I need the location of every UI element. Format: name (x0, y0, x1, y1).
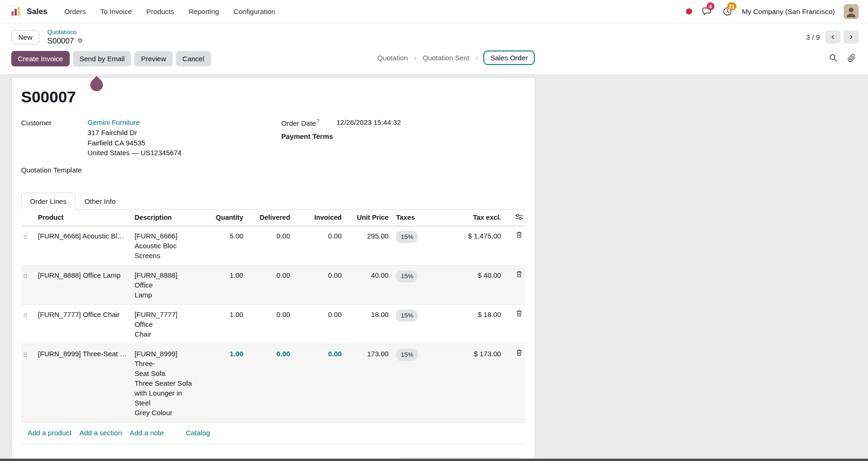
sales-app-icon[interactable] (9, 5, 22, 18)
cell-description[interactable]: [FURN_7777] Office Chair (131, 304, 201, 344)
breadcrumb-bar: New Quotations S00007 ⚙ 3 / 9 ‹ › (0, 23, 868, 49)
column-header-invoiced: Invoiced (294, 210, 345, 226)
user-avatar[interactable] (844, 4, 859, 19)
delete-line-trash-icon[interactable] (505, 226, 525, 265)
drag-handle-icon[interactable]: ⠿ (21, 226, 34, 265)
cell-taxes[interactable]: 15% (392, 344, 433, 422)
cell-unit-price[interactable]: 295.00 (345, 226, 392, 265)
drag-handle-icon[interactable]: ⠿ (21, 344, 34, 422)
column-header-subtotal: Tax excl. (434, 210, 505, 226)
cancel-button[interactable]: Cancel (176, 51, 211, 66)
app-name[interactable]: Sales (27, 7, 47, 16)
preview-button[interactable]: Preview (134, 51, 172, 66)
cell-description[interactable]: [FURN_6666] Acoustic Bloc Screens (131, 226, 201, 265)
sheet-footer: Terms and conditions... Untaxed Amount: … (21, 457, 525, 459)
actions-gear-icon[interactable]: ⚙ (77, 37, 83, 44)
tax-badge: 15% (396, 349, 418, 361)
cell-product[interactable]: [FURN_8999] Three-Seat Sofa (34, 344, 131, 422)
pager-next-button[interactable]: › (844, 30, 859, 43)
order-date-value[interactable]: 12/26/2023 15:44:32 (336, 118, 401, 127)
quotation-template-label: Quotation Template (21, 166, 88, 174)
tax-badge: 15% (396, 310, 418, 322)
catalog-link[interactable]: Catalog (186, 429, 210, 437)
cell-unit-price[interactable]: 173.00 (345, 344, 392, 422)
menu-configuration[interactable]: Configuration (233, 6, 276, 17)
status-quotation[interactable]: Quotation (376, 51, 408, 65)
delete-line-trash-icon[interactable] (505, 265, 525, 304)
view-utility-icons (829, 53, 856, 62)
chevron-right-icon: › (475, 53, 478, 63)
description-line: Acoustic Bloc (134, 241, 197, 251)
cell-product[interactable]: [FURN_7777] Office Chair (34, 304, 131, 344)
cell-quantity[interactable]: 1.00 (201, 344, 247, 422)
tab-order-lines[interactable]: Order Lines (21, 193, 75, 210)
cell-quantity[interactable]: 1.00 (201, 265, 247, 304)
cell-invoiced[interactable]: 0.00 (294, 344, 345, 422)
description-line: Screens (134, 251, 197, 260)
breadcrumb-quotations-link[interactable]: Quotations (47, 29, 83, 36)
table-header-row: Product Description Quantity Delivered I… (21, 210, 525, 226)
customer-link[interactable]: Gemini Furniture (88, 118, 140, 126)
description-line: with Lounger in Steel (134, 388, 197, 408)
status-sales-order[interactable]: Sales Order (483, 50, 535, 65)
top-navbar: Sales Orders To Invoice Products Reporti… (0, 0, 868, 23)
menu-orders[interactable]: Orders (63, 6, 87, 17)
customer-address-line: United States — US12345674 (88, 148, 182, 158)
cell-delivered[interactable]: 0.00 (247, 265, 294, 304)
send-by-email-button[interactable]: Send by Email (73, 51, 131, 66)
column-header-taxes: Taxes (392, 210, 433, 226)
drag-handle-icon[interactable]: ⠿ (21, 304, 34, 344)
column-header-unit-price: Unit Price (345, 210, 392, 226)
record-pager: 3 / 9 ‹ › (806, 30, 859, 43)
new-button[interactable]: New (11, 30, 39, 44)
add-a-note-link[interactable]: Add a note (130, 429, 164, 437)
record-indicator-icon (686, 8, 692, 14)
drag-handle-icon[interactable]: ⠿ (21, 265, 34, 304)
cell-quantity[interactable]: 1.00 (201, 304, 247, 344)
delete-line-trash-icon[interactable] (505, 304, 525, 344)
menu-to-invoice[interactable]: To Invoice (99, 6, 133, 17)
description-line: Chair (134, 329, 197, 339)
menu-reporting[interactable]: Reporting (188, 6, 220, 17)
cell-delivered[interactable]: 0.00 (247, 304, 294, 344)
cell-product[interactable]: [FURN_8888] Office Lamp (34, 265, 131, 304)
company-switcher[interactable]: My Company (San Francisco) (742, 7, 835, 15)
cell-description[interactable]: [FURN_8888] Office Lamp (131, 265, 201, 304)
cell-description[interactable]: [FURN_8999] Three- Seat Sofa Three Seate… (131, 344, 201, 422)
cell-invoiced[interactable]: 0.00 (294, 304, 345, 344)
add-a-section-link[interactable]: Add a section (79, 429, 122, 437)
menu-products[interactable]: Products (146, 6, 175, 17)
tax-badge: 15% (396, 270, 418, 282)
cell-product[interactable]: [FURN_6666] Acoustic Bloc Scr… (34, 226, 131, 265)
chevron-left-icon: ‹ (832, 32, 834, 41)
cell-unit-price[interactable]: 40.00 (345, 265, 392, 304)
cell-taxes[interactable]: 15% (392, 265, 433, 304)
tab-other-info[interactable]: Other Info (75, 193, 124, 210)
add-a-product-link[interactable]: Add a product (28, 429, 71, 437)
customer-address-line: 317 Fairchild Dr (88, 128, 182, 138)
column-header-product: Product (34, 210, 131, 226)
optional-columns-toggle-icon[interactable] (505, 210, 525, 226)
create-invoice-button[interactable]: Create Invoice (11, 51, 70, 66)
status-quotation-sent[interactable]: Quotation Sent (422, 51, 470, 65)
cell-unit-price[interactable]: 18.00 (345, 304, 392, 344)
messages-icon[interactable]: 4 (701, 6, 713, 17)
customer-label: Customer (21, 118, 88, 158)
cell-invoiced[interactable]: 0.00 (294, 265, 345, 304)
terms-and-conditions-placeholder[interactable]: Terms and conditions... (28, 457, 401, 459)
pager-previous-button[interactable]: ‹ (825, 30, 840, 43)
activities-clock-icon[interactable]: 21 (722, 6, 733, 17)
cell-quantity[interactable]: 5.00 (201, 226, 247, 265)
activities-badge: 21 (727, 2, 737, 10)
cell-delivered[interactable]: 0.00 (247, 344, 294, 422)
cell-taxes[interactable]: 15% (392, 304, 433, 344)
attachment-paperclip-icon[interactable] (847, 54, 856, 62)
breadcrumb-current-record: S00007 (47, 36, 74, 46)
delete-line-trash-icon[interactable] (505, 344, 525, 422)
cell-delivered[interactable]: 0.00 (247, 226, 294, 265)
cell-invoiced[interactable]: 0.00 (294, 226, 345, 265)
order-date-label: Order Date? (281, 118, 336, 127)
search-icon[interactable] (829, 53, 838, 62)
column-header-delivered: Delivered (247, 210, 294, 226)
cell-taxes[interactable]: 15% (392, 226, 433, 265)
